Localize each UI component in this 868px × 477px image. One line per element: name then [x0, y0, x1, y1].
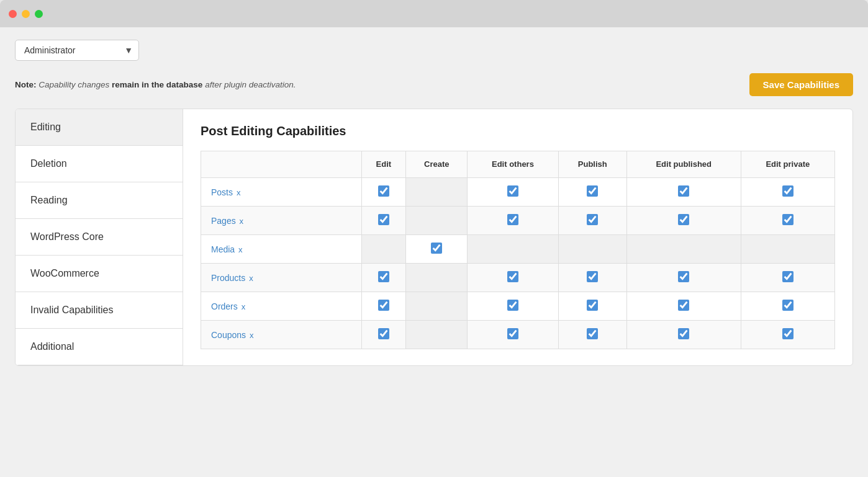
- checkbox-1-4[interactable]: [678, 214, 689, 225]
- note-bar: Note: Capability changes remain in the d…: [15, 73, 853, 96]
- sidebar-item-invalid-capabilities[interactable]: Invalid Capabilities: [16, 292, 183, 329]
- capabilities-table: EditCreateEdit othersPublishEdit publish…: [201, 151, 835, 349]
- row-label-text: Posts: [211, 187, 233, 197]
- sidebar-item-wordpress-core[interactable]: WordPress Core: [16, 219, 183, 256]
- table-row: Media x: [201, 235, 835, 264]
- cell-3-5: [741, 264, 834, 292]
- sidebar-item-additional[interactable]: Additional: [16, 329, 183, 365]
- checkbox-4-0[interactable]: [378, 300, 389, 311]
- minimize-button[interactable]: [22, 10, 30, 18]
- checkbox-3-2[interactable]: [507, 271, 518, 282]
- remove-icon[interactable]: x: [240, 216, 244, 226]
- titlebar: [0, 0, 868, 27]
- row-label-text: Orders: [211, 301, 238, 311]
- cell-1-2: [468, 207, 558, 235]
- cell-5-2: [468, 321, 558, 349]
- cell-3-2: [468, 264, 558, 292]
- save-capabilities-button[interactable]: Save Capabilities: [749, 73, 853, 96]
- checkbox-4-2[interactable]: [507, 300, 518, 311]
- checkbox-3-4[interactable]: [678, 271, 689, 282]
- cell-4-2: [468, 292, 558, 321]
- cell-5-5: [741, 321, 834, 349]
- role-select[interactable]: Administrator Editor Author Contributor …: [15, 40, 139, 61]
- remove-icon[interactable]: x: [237, 188, 241, 197]
- col-header-4: Publish: [558, 151, 626, 178]
- row-label-3: Products x: [201, 264, 362, 292]
- cell-0-4: [626, 178, 741, 207]
- checkbox-3-3[interactable]: [587, 271, 598, 282]
- maximize-button[interactable]: [35, 10, 43, 18]
- row-label-5: Coupons x: [201, 321, 362, 349]
- table-row: Products x: [201, 264, 835, 292]
- checkbox-5-2[interactable]: [507, 328, 518, 339]
- checkbox-4-5[interactable]: [782, 300, 793, 311]
- checkbox-1-5[interactable]: [782, 214, 793, 225]
- checkbox-5-5[interactable]: [782, 328, 793, 339]
- row-label-text: Pages: [211, 216, 236, 226]
- cell-1-3: [558, 207, 626, 235]
- checkbox-5-4[interactable]: [678, 328, 689, 339]
- remove-icon[interactable]: x: [238, 245, 243, 254]
- col-header-6: Edit private: [741, 151, 834, 178]
- checkbox-0-4[interactable]: [678, 185, 689, 197]
- col-header-2: Create: [406, 151, 468, 178]
- col-header-5: Edit published: [626, 151, 741, 178]
- cell-4-5: [741, 292, 834, 321]
- cell-4-1: [406, 292, 468, 321]
- cell-2-5: [741, 235, 834, 264]
- cell-5-1: [406, 321, 468, 349]
- sidebar-item-deletion[interactable]: Deletion: [16, 146, 183, 182]
- cell-3-1: [406, 264, 468, 292]
- table-header-row: EditCreateEdit othersPublishEdit publish…: [201, 151, 835, 178]
- checkbox-3-5[interactable]: [782, 271, 793, 282]
- row-label-0: Posts x: [201, 178, 362, 207]
- remove-icon[interactable]: x: [242, 302, 246, 311]
- sidebar-item-woocommerce[interactable]: WooCommerce: [16, 256, 183, 292]
- sidebar: EditingDeletionReadingWordPress CoreWooC…: [16, 109, 183, 365]
- checkbox-1-2[interactable]: [507, 214, 518, 225]
- cell-1-0: [361, 207, 406, 235]
- row-label-4: Orders x: [201, 292, 362, 321]
- note-bold: remain in the database: [112, 80, 202, 89]
- col-header-1: Edit: [361, 151, 406, 178]
- checkbox-0-2[interactable]: [507, 185, 518, 197]
- cell-1-1: [406, 207, 468, 235]
- checkbox-2-1[interactable]: [431, 243, 442, 254]
- note-prefix: Note:: [15, 80, 37, 89]
- checkbox-5-3[interactable]: [587, 328, 598, 339]
- row-label-1: Pages x: [201, 207, 362, 235]
- checkbox-0-3[interactable]: [587, 185, 598, 197]
- row-label-text: Coupons: [211, 330, 246, 340]
- checkbox-0-5[interactable]: [782, 185, 793, 197]
- checkbox-1-3[interactable]: [587, 214, 598, 225]
- cell-0-3: [558, 178, 626, 207]
- cell-2-3: [558, 235, 626, 264]
- checkbox-4-4[interactable]: [678, 300, 689, 311]
- checkbox-4-3[interactable]: [587, 300, 598, 311]
- cell-0-5: [741, 178, 834, 207]
- cell-2-2: [468, 235, 558, 264]
- cell-0-1: [406, 178, 468, 207]
- row-label-text: Products: [211, 273, 245, 283]
- row-label-text: Media: [211, 244, 235, 254]
- close-button[interactable]: [9, 10, 17, 18]
- cell-3-4: [626, 264, 741, 292]
- content-area: Post Editing Capabilities EditCreateEdit…: [183, 109, 852, 365]
- table-row: Posts x: [201, 178, 835, 207]
- cell-5-0: [361, 321, 406, 349]
- cell-4-3: [558, 292, 626, 321]
- checkbox-3-0[interactable]: [378, 271, 389, 282]
- sidebar-item-editing[interactable]: Editing: [16, 109, 183, 146]
- remove-icon[interactable]: x: [249, 274, 253, 283]
- sidebar-item-reading[interactable]: Reading: [16, 182, 183, 219]
- cell-4-4: [626, 292, 741, 321]
- cell-1-5: [741, 207, 834, 235]
- remove-icon[interactable]: x: [250, 331, 254, 340]
- checkbox-0-0[interactable]: [378, 185, 389, 197]
- col-header-0: [201, 151, 362, 178]
- table-header: EditCreateEdit othersPublishEdit publish…: [201, 151, 835, 178]
- checkbox-5-0[interactable]: [378, 328, 389, 339]
- table-row: Orders x: [201, 292, 835, 321]
- checkbox-1-0[interactable]: [378, 214, 389, 225]
- cell-2-1: [406, 235, 468, 264]
